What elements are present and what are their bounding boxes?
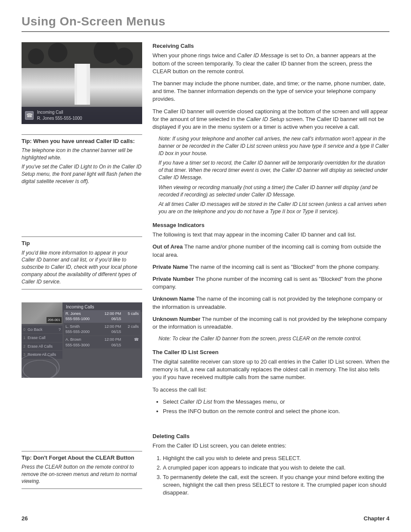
list-item: To permanently delete the call, exit the… bbox=[163, 473, 389, 497]
heading-caller-id-list: The Caller ID List Screen bbox=[153, 348, 389, 356]
body-text: The digital satellite receiver can store… bbox=[153, 358, 389, 382]
list-item: Highlight the call you wish to delete an… bbox=[163, 454, 389, 462]
note-text: When viewing or recording manually (not … bbox=[159, 184, 389, 199]
tip-text: If you've set the Caller ID Light to On … bbox=[22, 163, 142, 185]
note-block: Note: To clear the Caller ID banner from… bbox=[159, 335, 389, 342]
title-rule bbox=[22, 31, 389, 32]
tip-more-info: Tip If you'd like more information to ap… bbox=[22, 236, 142, 289]
sidebar-erase-all: 2Erase All Calls bbox=[22, 342, 62, 351]
sidebar-erase-call: 1Erase Call bbox=[22, 334, 62, 342]
tip-unread-calls: Tip: When you have unread Caller ID call… bbox=[22, 134, 142, 185]
list-item: Select Caller ID List from the Messages … bbox=[163, 398, 389, 406]
list-item: A crumpled paper icon appears to indicat… bbox=[163, 464, 389, 472]
channel-number: 206-001 bbox=[47, 317, 62, 323]
note-text: If you have a timer set to record, the C… bbox=[159, 159, 389, 181]
heading-deleting-calls: Deleting Calls bbox=[153, 432, 389, 440]
body-text: The banner may include the phone number,… bbox=[153, 80, 389, 103]
body-text: The Caller ID banner will override close… bbox=[153, 108, 389, 131]
heading-receiving-calls: Receiving Calls bbox=[153, 42, 389, 50]
banner-line2: R. Jones 555-555-1000 bbox=[37, 115, 82, 121]
call-row: A. Brown555-555-3000 12:00 PM06/15 ☎ bbox=[64, 336, 140, 348]
banner-line1: Incoming Call bbox=[37, 109, 82, 115]
note-text: Note: If using your telephone and anothe… bbox=[159, 135, 389, 157]
body-text: The following is text that may appear in… bbox=[153, 231, 389, 239]
page-title: Using On-Screen Menus bbox=[22, 13, 389, 30]
tip-heading: Tip: Don't Forget About the CLEAR Button bbox=[22, 454, 142, 462]
note-text: At all times Caller ID messages will be … bbox=[159, 201, 389, 215]
chapter-label: Chapter 4 bbox=[364, 515, 389, 523]
tip-text: The telephone icon in the channel banner… bbox=[22, 147, 142, 162]
body-text: To access the call list: bbox=[153, 386, 389, 394]
indicator-item: Out of Area The name and/or phone number… bbox=[153, 243, 389, 258]
tip-clear-button: Tip: Don't Forget About the CLEAR Button… bbox=[22, 451, 142, 489]
indicator-item: Unknown Name The name of the incoming ca… bbox=[153, 295, 389, 311]
page-number: 26 bbox=[22, 515, 28, 523]
screenshot-waterfall: ☎ Incoming Call R. Jones 555-555-1000 bbox=[22, 42, 142, 124]
note-text: Note: To clear the Caller ID banner from… bbox=[159, 335, 389, 342]
screenshot-call-list: 206-001 Incoming Calls 0Go Back? 1Erase … bbox=[22, 302, 142, 378]
call-row: R. Jones555-555-1000 12:00 PM06/15 5 cal… bbox=[64, 310, 140, 323]
indicator-item: Unknown Number The number of the incomin… bbox=[153, 315, 389, 331]
phone-icon: ☎ bbox=[25, 111, 34, 120]
tip-heading: Tip bbox=[22, 240, 142, 247]
note-block: Note: If using your telephone and anothe… bbox=[159, 135, 389, 215]
heading-message-indicators: Message Indicators bbox=[153, 221, 389, 229]
indicator-item: Private Name The name of the incoming ca… bbox=[153, 263, 389, 271]
list-item: Press the INFO button on the remote cont… bbox=[163, 408, 389, 415]
indicator-item: Private Number The phone number of the i… bbox=[153, 275, 389, 291]
body-text: From the Caller ID List screen, you can … bbox=[153, 442, 389, 450]
call-row: L. Smith555-555-2000 12:00 PM06/15 2 cal… bbox=[64, 323, 140, 336]
phone-icon: ☎ bbox=[134, 337, 139, 342]
tip-heading: Tip: When you have unread Caller ID call… bbox=[22, 137, 142, 145]
sidebar-go-back: 0Go Back? bbox=[22, 326, 62, 334]
body-text: When your phone rings twice and Caller I… bbox=[153, 52, 389, 75]
tip-text: Press the CLEAR button on the remote con… bbox=[22, 464, 142, 485]
tip-text: If you'd like more information to appear… bbox=[22, 249, 142, 286]
